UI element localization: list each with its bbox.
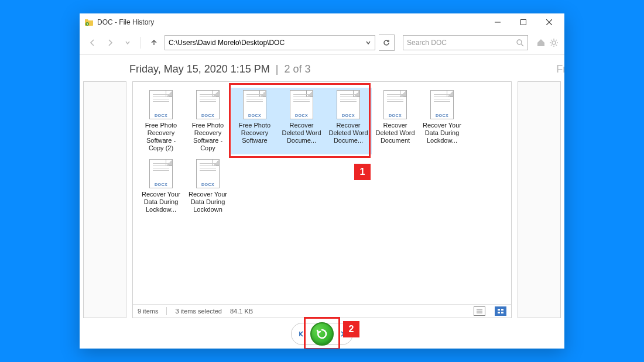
svg-line-15 xyxy=(556,40,557,41)
restore-button[interactable] xyxy=(310,322,334,346)
docx-file-icon: DOCX xyxy=(149,159,173,188)
file-item[interactable]: DOCXRecover Your Data During Lockdow... xyxy=(419,88,465,154)
address-input[interactable] xyxy=(169,39,363,47)
file-label: Free Photo Recovery Software - Copy (2) xyxy=(139,122,183,152)
svg-point-5 xyxy=(517,40,522,44)
content-area: Friday, May 15, 2020 1:15 PM | 2 of 3 Fr… xyxy=(80,55,564,349)
file-ext-badge: DOCX xyxy=(431,113,453,118)
file-label: Recover Your Data During Lockdow... xyxy=(420,122,464,144)
search-icon[interactable] xyxy=(516,39,524,47)
file-label: Free Photo Recovery Software - Copy xyxy=(186,122,229,152)
file-grid[interactable]: 1 DOCXFree Photo Recovery Software - Cop… xyxy=(133,82,511,304)
svg-rect-19 xyxy=(498,309,500,311)
refresh-button[interactable] xyxy=(379,35,395,51)
details-view-button[interactable] xyxy=(474,306,485,316)
svg-rect-22 xyxy=(501,312,503,313)
file-ext-badge: DOCX xyxy=(290,113,313,118)
file-label: Recover Your Data During Lockdown xyxy=(186,191,229,213)
callout-2: 2 xyxy=(343,321,359,337)
docx-file-icon: DOCX xyxy=(383,90,407,119)
file-ext-badge: DOCX xyxy=(150,182,172,187)
docx-file-icon: DOCX xyxy=(196,159,220,188)
file-label: Recover Deleted Word Docume... xyxy=(327,122,370,144)
file-item[interactable]: DOCXRecover Deleted Word Docume... xyxy=(278,88,325,154)
docx-file-icon: DOCX xyxy=(196,90,220,119)
file-ext-badge: DOCX xyxy=(197,113,219,118)
next-version-label: Friday, xyxy=(556,63,564,75)
separator xyxy=(141,37,141,49)
file-ext-badge: DOCX xyxy=(337,113,359,118)
svg-rect-2 xyxy=(521,20,526,25)
file-item[interactable]: DOCXRecover Deleted Word Document xyxy=(372,88,419,154)
gear-icon[interactable] xyxy=(549,38,559,47)
file-ext-badge: DOCX xyxy=(244,113,266,118)
svg-point-7 xyxy=(552,41,556,44)
search-input[interactable] xyxy=(407,39,516,47)
svg-rect-20 xyxy=(501,309,503,311)
file-ext-badge: DOCX xyxy=(384,113,406,118)
callout-1: 1 xyxy=(354,164,371,180)
titlebar: DOC - File History xyxy=(80,13,564,31)
folder-history-icon xyxy=(84,18,94,27)
search-box[interactable] xyxy=(403,35,528,50)
file-label: Free Photo Recovery Software xyxy=(233,122,276,144)
docx-file-icon: DOCX xyxy=(430,90,454,119)
icons-view-button[interactable] xyxy=(495,306,506,316)
svg-line-6 xyxy=(521,44,523,46)
window-title: DOC - File History xyxy=(97,18,154,26)
next-version-pane[interactable] xyxy=(518,81,561,318)
maximize-button[interactable] xyxy=(511,13,536,31)
bottom-controls: 2 xyxy=(80,319,564,349)
docx-file-icon: DOCX xyxy=(337,90,360,119)
status-item-count: 9 items xyxy=(138,308,158,315)
up-button[interactable] xyxy=(147,36,161,50)
address-bar[interactable] xyxy=(165,35,375,50)
file-ext-badge: DOCX xyxy=(197,182,219,187)
file-item[interactable]: DOCXRecover Deleted Word Docume... xyxy=(325,88,372,154)
date-text: Friday, May 15, 2020 1:15 PM xyxy=(129,63,270,75)
file-item[interactable]: DOCXRecover Your Data During Lockdow... xyxy=(138,157,184,216)
main-file-pane: 1 DOCXFree Photo Recovery Software - Cop… xyxy=(132,81,512,318)
file-ext-badge: DOCX xyxy=(150,113,172,118)
nav-previous-button[interactable] xyxy=(296,329,307,339)
file-item[interactable]: DOCXFree Photo Recovery Software xyxy=(231,88,278,154)
file-item[interactable]: DOCXFree Photo Recovery Software - Copy xyxy=(184,88,231,154)
home-icon[interactable] xyxy=(536,38,546,47)
version-header: Friday, May 15, 2020 1:15 PM | 2 of 3 Fr… xyxy=(80,55,564,81)
docx-file-icon: DOCX xyxy=(243,90,266,119)
svg-line-12 xyxy=(551,40,552,41)
svg-line-13 xyxy=(556,45,557,46)
file-label: Recover Your Data During Lockdow... xyxy=(139,191,183,213)
forward-button[interactable] xyxy=(103,36,117,50)
svg-rect-21 xyxy=(498,312,500,313)
file-item[interactable]: DOCXFree Photo Recovery Software - Copy … xyxy=(138,88,184,154)
status-selected: 3 items selected xyxy=(175,308,221,315)
file-label: Recover Deleted Word Docume... xyxy=(280,122,323,144)
status-size: 84.1 KB xyxy=(230,308,253,315)
toolbar xyxy=(80,31,564,55)
file-label: Recover Deleted Word Document xyxy=(374,122,417,144)
right-icons xyxy=(536,38,559,47)
status-bar: 9 items 3 items selected 84.1 KB xyxy=(133,304,511,318)
page-indicator: 2 of 3 xyxy=(285,63,311,75)
svg-line-14 xyxy=(551,45,552,46)
docx-file-icon: DOCX xyxy=(149,90,173,119)
close-button[interactable] xyxy=(536,13,562,31)
file-history-window: DOC - File History Friday, May 15, 2020 … xyxy=(80,13,564,349)
panes: 1 DOCXFree Photo Recovery Software - Cop… xyxy=(80,81,564,322)
chevron-down-icon[interactable] xyxy=(365,40,371,46)
back-button[interactable] xyxy=(85,36,100,50)
prev-version-pane[interactable] xyxy=(83,81,126,318)
recent-dropdown-icon[interactable] xyxy=(121,36,135,50)
file-item[interactable]: DOCXRecover Your Data During Lockdown xyxy=(184,157,231,216)
minimize-button[interactable] xyxy=(485,13,511,31)
docx-file-icon: DOCX xyxy=(290,90,313,119)
date-info: Friday, May 15, 2020 1:15 PM | 2 of 3 xyxy=(129,63,311,75)
